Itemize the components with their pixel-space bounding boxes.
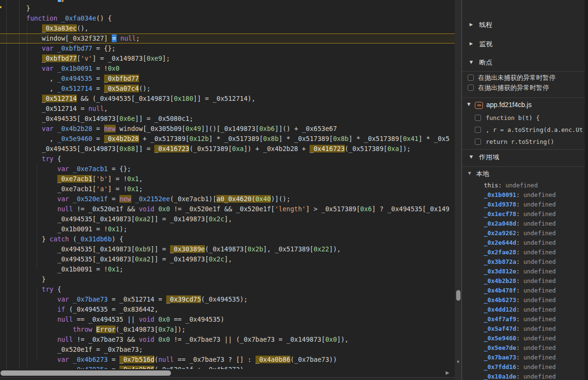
- scope-local-group[interactable]: ▼ 本地: [462, 170, 588, 178]
- pause-caught-checkbox[interactable]: [468, 85, 474, 91]
- sidebar-scrollbar-track[interactable]: [585, 0, 588, 380]
- code-token: null: [120, 34, 136, 42]
- code-line[interactable]: }: [0, 274, 455, 284]
- code-line[interactable]: throw Error(_0x149873[0x7a]);: [0, 325, 455, 335]
- breakpoint-checkbox[interactable]: [475, 139, 481, 145]
- code-line[interactable]: _0x3a83ec(),: [0, 23, 455, 33]
- scope-variable-row[interactable]: _0x10a1de: undefined: [462, 373, 588, 380]
- code-token: var: [57, 165, 69, 173]
- pause-uncaught-row[interactable]: 在抛出未捕获的异常时暂停: [462, 75, 588, 84]
- code-token: (: [69, 235, 76, 243]
- code-line[interactable]: _0x512714 && (_0x494535[_0x149873[0x180]…: [0, 94, 455, 104]
- breakpoint-entry[interactable]: , r = a.toString(d.a.enc.Ut: [462, 126, 588, 136]
- code-token: 0x1: [108, 265, 119, 273]
- code-token: _0xfa034e: [61, 14, 96, 22]
- section-watch[interactable]: ▶ 监视: [462, 41, 588, 50]
- section-scope[interactable]: ▼ 作用域: [462, 154, 588, 163]
- code-line[interactable]: var _0x7bae73 = _0x512714 = _0x39cd75(_0…: [0, 294, 455, 304]
- code-line[interactable]: _0x494535[_0x149873[0x6e]] = _0x5080c1;: [0, 114, 455, 124]
- vertical-scrollbar[interactable]: ▼: [455, 0, 461, 380]
- scope-variable-row[interactable]: _0x2fae28: undefined: [462, 249, 588, 257]
- breakpoint-file-group[interactable]: ▼ <> app.fd21f4cb.js: [462, 102, 588, 110]
- scope-variable-row[interactable]: _0x4dd12d: undefined: [462, 306, 588, 315]
- scope-variable-row[interactable]: _0x1ecf78: undefined: [462, 210, 588, 219]
- scroll-down-arrow-icon[interactable]: ▼: [455, 359, 461, 364]
- code-line[interactable]: var _0x520e1f = new _0x2152ee(_0xe7acb1)…: [0, 194, 455, 204]
- chevron-down-icon[interactable]: ▼: [468, 171, 471, 175]
- code-line[interactable]: _0xbfbd77['v'] = _0x149873[0xe9];: [0, 54, 455, 64]
- code-line[interactable]: } catch (_0x31db6b) {: [0, 234, 455, 244]
- scope-variable-row[interactable]: _0x4b478f: undefined: [462, 287, 588, 295]
- scope-variable-row[interactable]: _0x4f7af9: undefined: [462, 315, 588, 324]
- scope-variable-row[interactable]: _0x7bae73: undefined: [462, 354, 588, 362]
- breakpoint-checkbox[interactable]: [475, 115, 481, 121]
- code-line[interactable]: }: [0, 3, 455, 13]
- chevron-right-icon[interactable]: ▶: [470, 22, 473, 27]
- code-line[interactable]: var _0x1b0091 = !0x0: [0, 64, 455, 74]
- code-line[interactable]: var _0xe7acb1 = {};: [0, 164, 455, 174]
- section-breakpoints[interactable]: ▼ 断点: [462, 60, 588, 68]
- code-line[interactable]: if (_0x494535 = _0x836442,: [0, 304, 455, 315]
- vertical-scrollbar-thumb[interactable]: [456, 290, 460, 301]
- scope-variable-row[interactable]: _0x2a9262: undefined: [462, 229, 588, 238]
- code-token: ] * _0x517389[: [349, 135, 403, 142]
- code-line[interactable]: _0xe7acb1['b'] = !0x1,: [0, 174, 455, 184]
- code-line[interactable]: , _0x5e9460 = _0x4b2b28 + _0x517389[0x12…: [0, 134, 455, 144]
- scope-variable-row[interactable]: _0x2e644d: undefined: [462, 239, 588, 248]
- code-line[interactable]: _0x494535[_0x149873[0x88]] = _0x416723(_…: [0, 144, 455, 154]
- section-threads[interactable]: ▶ 线程: [462, 22, 588, 31]
- scope-variable-row[interactable]: _0x3b872a: undefined: [462, 258, 588, 267]
- editor-pane[interactable]: }function _0xfa034e() { _0x3a83ec(), win…: [0, 0, 455, 380]
- scope-variable-row[interactable]: _0x7fdd16: undefined: [462, 363, 588, 372]
- scope-variable-row[interactable]: _0x4b6273: undefined: [462, 296, 588, 305]
- scope-this-row[interactable]: this: undefined: [462, 182, 588, 190]
- code-line[interactable]: _0x494535[_0x149873[0xa2]] = _0x149873[0…: [0, 214, 455, 224]
- chevron-down-icon[interactable]: ▼: [467, 102, 470, 107]
- scope-variable-row[interactable]: _0x2a048d: undefined: [462, 220, 588, 228]
- variable-name: _0x4f7af9: [484, 315, 516, 323]
- chevron-down-icon[interactable]: ▼: [470, 154, 473, 159]
- scope-variable-row[interactable]: _0x5e9460: undefined: [462, 335, 588, 343]
- code-line[interactable]: _0x494535[_0x149873[0xa2]] = _0x149873[0…: [0, 254, 455, 264]
- code-token: ]),: [329, 245, 341, 253]
- code-line[interactable]: var _0xbfbd77 = {};: [0, 43, 455, 54]
- code-line[interactable]: _0x1b0091 = !0x1);: [0, 224, 455, 234]
- code-line[interactable]: try {: [0, 154, 455, 164]
- code-token: [57, 14, 61, 22]
- code-line[interactable]: _0xe7acb1['a'] = !0x1;: [0, 184, 455, 194]
- breakpoint-entry[interactable]: return r.toString(): [462, 138, 588, 148]
- breakpoint-entry[interactable]: function b(t) {: [462, 114, 588, 124]
- pause-uncaught-checkbox[interactable]: [468, 75, 474, 81]
- code-line[interactable]: try {: [0, 284, 455, 294]
- code-line[interactable]: null != _0x520e1f && void 0x0 != _0x520e…: [0, 204, 455, 214]
- scope-variable-row[interactable]: _0x5af47d: undefined: [462, 325, 588, 334]
- horizontal-scrollbar-thumb[interactable]: [0, 370, 171, 376]
- code-token: )]();: [271, 195, 290, 203]
- chevron-right-icon[interactable]: ▶: [470, 41, 473, 46]
- chevron-down-icon[interactable]: ▼: [470, 60, 473, 65]
- code-token: _0x512714: [42, 95, 77, 102]
- code-line[interactable]: function _0xfa034e() {: [0, 13, 455, 23]
- code-line[interactable]: _0x512714 = null,: [0, 104, 455, 114]
- code-line[interactable]: var _0x4b6273 = _0x7b516d(null == _0x7ba…: [0, 355, 455, 365]
- scope-variable-row[interactable]: _0x1d9378: undefined: [462, 201, 588, 209]
- code-line[interactable]: _0x494535[_0x149873[0xb9]] = _0x30389e(_…: [0, 244, 455, 254]
- code-line[interactable]: null == _0x494535 || void 0x0 == _0x4945…: [0, 315, 455, 325]
- code-line[interactable]: _0x1b0091 = !0x1;: [0, 264, 455, 274]
- code-line[interactable]: _0x520e1f = _0x7bae73;: [0, 345, 455, 355]
- scope-variable-row[interactable]: _0x4b2b28: undefined: [462, 277, 588, 286]
- scope-variable-row[interactable]: _0x1b0091: undefined: [462, 191, 588, 200]
- code-line[interactable]: var _0x4b2b28 = new window[_0x305b09[0x4…: [0, 124, 455, 134]
- scroll-right-arrow-icon[interactable]: ▶: [446, 370, 449, 375]
- code-line[interactable]: , _0x494535 = _0xbfbd77: [0, 74, 455, 84]
- code-area[interactable]: }function _0xfa034e() { _0x3a83ec(), win…: [0, 3, 455, 369]
- pause-caught-row[interactable]: 在抛出捕获的异常时暂停: [462, 85, 588, 94]
- code-line[interactable]: , _0x47925a = _0x4a0b86(_0x520e1f + _0x4…: [0, 365, 455, 369]
- horizontal-scrollbar[interactable]: ▶: [0, 369, 455, 377]
- breakpoint-checkbox[interactable]: [475, 127, 481, 133]
- code-line[interactable]: null != _0x7bae73 && void 0x0 != _0x7bae…: [0, 335, 455, 345]
- scope-variable-row[interactable]: _0x5ee7de: undefined: [462, 344, 588, 353]
- execution-line[interactable]: window[_0x32f327] = null;: [0, 33, 455, 43]
- code-line[interactable]: , _0x512714 = _0x5a07c4();: [0, 84, 455, 94]
- scope-variable-row[interactable]: _0x3d812e: undefined: [462, 268, 588, 276]
